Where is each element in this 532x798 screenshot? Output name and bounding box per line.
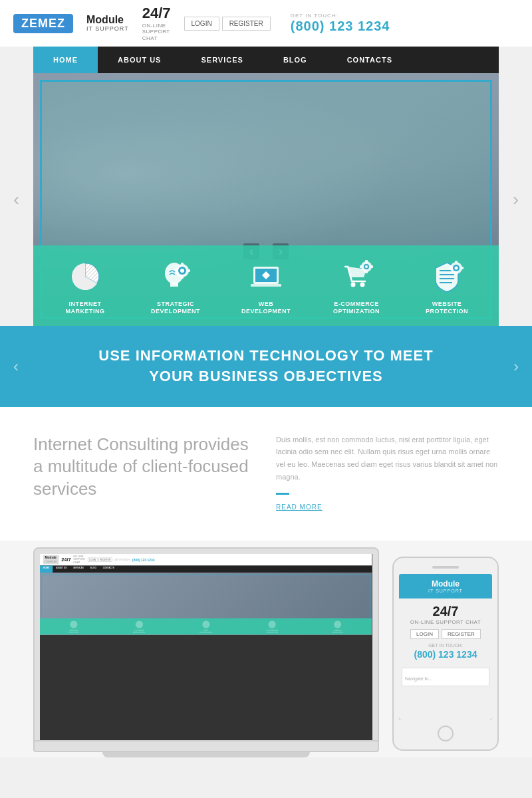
phone-navigate-placeholder: Navigate to... (405, 676, 432, 681)
phone-auth-btns: LOGIN REGISTER (404, 629, 487, 639)
mini-icons-row: INTERNETMARKETING STRATEGICDEVELOPMENT W… (40, 618, 372, 635)
mini-logo: ModuleIT SUPPORT (43, 555, 59, 565)
web-development-label: WEBDEVELOPMENT (241, 301, 291, 316)
support-block: 24/7 ON-LINE SUPPORT CHAT (142, 5, 171, 41)
svg-rect-8 (181, 276, 184, 279)
mini-auth-buttons: LOGIN REGISTER (88, 558, 112, 562)
phone-phone-number: (800) 123 1234 (404, 649, 487, 660)
phone-content: 24/7 ON-LINE SUPPORT CHAT LOGIN REGISTER… (399, 598, 492, 665)
mini-phone-number: (800) 123 1234 (132, 558, 155, 562)
svg-rect-31 (455, 261, 458, 263)
login-button[interactable]: LOGIN (184, 17, 219, 31)
mini-get-in-touch: GET IN TOUCH: (114, 559, 130, 561)
mini-nav-blog: BLOG (87, 565, 100, 573)
hero-left-arrow[interactable]: ‹ (13, 189, 19, 210)
register-button[interactable]: REGISTER (222, 17, 271, 31)
content-left: Internet Consulting provides a multitude… (33, 434, 256, 514)
laptop-screen: ModuleIT SUPPORT 24/7 ON-LINESUPPORTCHAT… (40, 554, 372, 740)
website-protection-icon (429, 259, 466, 295)
content-heading: Internet Consulting provides a multitude… (33, 434, 256, 501)
svg-rect-32 (455, 273, 458, 275)
mini-icon-lbl-5: WEBSITEPROTECTION (332, 629, 343, 633)
mini-icon-circle-5 (334, 620, 341, 628)
hero-right-arrow[interactable]: › (513, 189, 519, 210)
phone-login-btn: LOGIN (410, 629, 439, 639)
mini-hero: INTERNETMARKETING STRATEGICDEVELOPMENT W… (40, 573, 372, 635)
mini-site: ModuleIT SUPPORT 24/7 ON-LINESUPPORTCHAT… (40, 554, 372, 635)
content-body: Duis mollis, est non commodo luctus, nis… (276, 434, 499, 483)
services-icons-row: INTERNETMARKETING (33, 245, 499, 326)
mini-icon-4: E-COMMERCEOPTIMIZATION (266, 620, 278, 633)
main-nav: HOME ABOUT US SERVICES BLOG CONTACTS (33, 47, 499, 73)
support-text-1: ON-LINE (142, 23, 171, 29)
mini-nav: HOME ABOUT US SERVICES BLOG CONTACTS (40, 565, 372, 573)
zemez-logo: ZEMEZ (13, 14, 73, 33)
nav-item-services[interactable]: SERVICES (181, 47, 263, 73)
laptop-stand (102, 752, 310, 757)
tagline-right-arrow[interactable]: › (513, 357, 519, 376)
module-subtitle: IT SUPPORT (86, 26, 129, 33)
phone-screen: Module IT SUPPORT 24/7 ON-LINE SUPPORT C… (399, 574, 492, 720)
devices-section: ModuleIT SUPPORT 24/7 ON-LINESUPPORTCHAT… (0, 541, 532, 757)
svg-rect-20 (365, 260, 368, 263)
nav-item-home[interactable]: HOME (33, 47, 98, 73)
ecommerce-icon (338, 259, 375, 295)
strategic-development-icon (158, 259, 194, 295)
mini-header: ModuleIT SUPPORT 24/7 ON-LINESUPPORTCHAT… (40, 554, 372, 565)
read-more-link[interactable]: READ MORE (276, 503, 323, 511)
mini-icon-circle-4 (269, 620, 276, 628)
module-title: Module (86, 14, 129, 26)
mini-support-text: ON-LINESUPPORTCHAT (73, 555, 85, 564)
svg-point-19 (365, 265, 368, 268)
mini-nav-services: SERVICES (70, 565, 87, 573)
icon-ecommerce: E-COMMERCEOPTIMIZATION (311, 259, 402, 316)
strategic-development-label: STRATEGICDEVELOPMENT (151, 301, 200, 316)
website-protection-label: WEBSITEPROTECTION (426, 301, 468, 316)
svg-rect-34 (461, 267, 464, 269)
mini-login-btn: LOGIN (88, 558, 98, 562)
nav-item-blog[interactable]: BLOG (263, 47, 327, 73)
phone-module-subtitle: IT SUPPORT (404, 589, 487, 593)
mini-icon-1: INTERNETMARKETING (68, 620, 78, 633)
support-text-3: CHAT (142, 35, 171, 42)
mini-nav-about: ABOUT US (53, 565, 70, 573)
icon-website-protection: WEBSITEPROTECTION (402, 259, 492, 316)
mini-icon-lbl-4: E-COMMERCEOPTIMIZATION (266, 629, 278, 633)
phone-mockup: Module IT SUPPORT 24/7 ON-LINE SUPPORT C… (392, 557, 499, 751)
icon-internet-marketing: INTERNETMARKETING (40, 259, 130, 316)
tagline-left-arrow[interactable]: ‹ (13, 357, 19, 376)
contact-label: GET IN TOUCH: (291, 13, 390, 19)
svg-rect-7 (181, 263, 184, 265)
svg-point-16 (360, 283, 365, 287)
mini-icon-circle-3 (202, 620, 209, 628)
mini-icon-lbl-1: INTERNETMARKETING (68, 629, 78, 633)
phone-register-btn: REGISTER (442, 629, 481, 639)
phone-navigate-input: Navigate to... (402, 668, 489, 686)
svg-rect-14 (251, 284, 281, 287)
mini-247-text: 24/7 (61, 557, 70, 563)
nav-item-contacts[interactable]: CONTACTS (327, 47, 412, 73)
laptop-mockup: ModuleIT SUPPORT 24/7 ON-LINESUPPORTCHAT… (33, 547, 379, 757)
laptop-outer: ModuleIT SUPPORT 24/7 ON-LINESUPPORTCHAT… (33, 547, 379, 741)
content-divider (276, 493, 289, 495)
svg-rect-33 (449, 267, 452, 269)
phone-module-header: Module IT SUPPORT (399, 574, 492, 598)
mini-icon-circle-1 (70, 620, 77, 628)
phone-outer: Module IT SUPPORT 24/7 ON-LINE SUPPORT C… (392, 557, 499, 751)
tagline-section: ‹ USE INFORMATION TECHNOLOGY TO MEETYOUR… (0, 326, 532, 407)
mini-icon-5: WEBSITEPROTECTION (332, 620, 343, 633)
content-right: Duis mollis, est non commodo luctus, nis… (276, 434, 499, 514)
header: ZEMEZ Module IT SUPPORT 24/7 ON-LINE SUP… (0, 0, 532, 47)
svg-point-15 (351, 283, 356, 287)
mini-icon-circle-2 (136, 620, 143, 628)
phone-support-text: ON-LINE SUPPORT CHAT (404, 619, 487, 625)
svg-rect-23 (370, 265, 373, 268)
mini-register-btn: REGISTER (98, 558, 112, 562)
internet-marketing-icon (67, 259, 104, 295)
nav-item-about[interactable]: ABOUT US (98, 47, 181, 73)
contact-phone: (800) 123 1234 (291, 19, 390, 34)
mini-icon-2: STRATEGICDEVELOPMENT (133, 620, 146, 633)
hero-wrapper: ‹ › (33, 73, 499, 326)
ecommerce-label: E-COMMERCEOPTIMIZATION (333, 301, 380, 316)
phone-module-title: Module (404, 579, 487, 589)
